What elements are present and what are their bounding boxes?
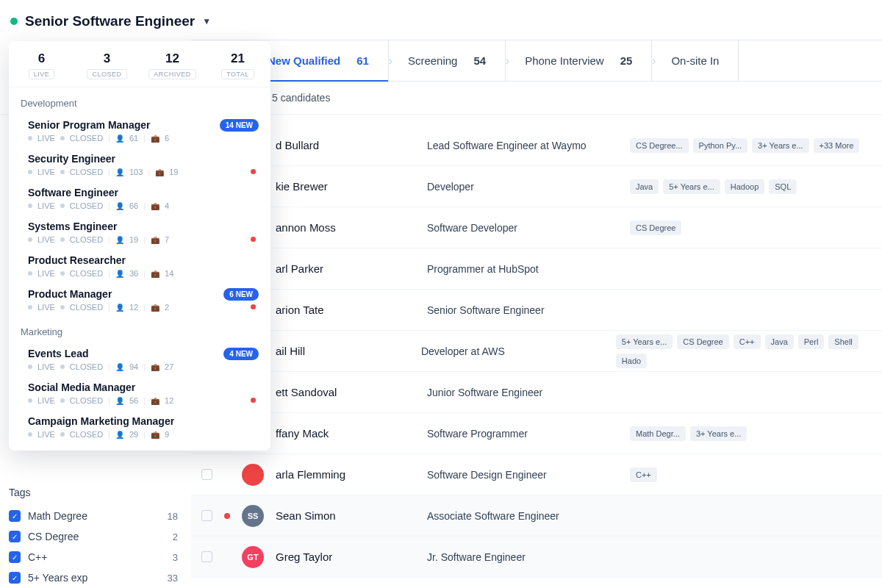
candidate-row[interactable]: ffany MackSoftware ProgrammerMath Degr..… [191,413,882,454]
summary-cell[interactable]: 21TOTAL [205,41,270,87]
job-item[interactable]: Events LeadLIVECLOSED|👤94|💼274 NEW [9,342,270,376]
pipeline-stage[interactable]: Screening54› [389,40,506,81]
tag-chip[interactable]: Shell [828,334,858,349]
candidate-row[interactable]: ail HillDeveloper at AWS5+ Years e...CS … [191,331,882,372]
summary-cell[interactable]: 3CLOSED [74,41,140,87]
tag-list: 5+ Years e...CS DegreeC++JavaPerlShellHa… [616,334,882,368]
job-item[interactable]: Social Media ManagerLIVECLOSED|👤56|💼12 [9,376,270,409]
tag-list: Java5+ Years e...HadoopSQL [630,179,797,194]
summary-label: TOTAL [221,69,254,79]
job-item[interactable]: Senior Program ManagerLIVECLOSED|👤61|💼61… [9,113,270,147]
tag-filter-row[interactable]: ✓5+ Years exp33 [9,567,178,588]
job-item[interactable]: Software EngineerLIVECLOSED|👤66|💼4 [9,181,270,215]
job-item[interactable]: Product ResearcherLIVECLOSED|👤36|💼14 [9,248,270,282]
tag-chip[interactable]: CS Degree [630,220,681,235]
tag-chip[interactable]: C++ [630,467,657,482]
tag-filter-row[interactable]: ✓C++3 [9,547,178,567]
tag-chip[interactable]: 5+ Years e... [616,334,673,349]
filter-checkbox[interactable]: ✓ [9,531,21,542]
chevron-down-icon[interactable]: ▼ [202,16,211,26]
candidate-row[interactable]: SSSean SimonAssociate Software Engineer [191,495,882,537]
new-badge: 14 NEW [220,119,259,132]
page-header[interactable]: Senior Software Engineer ▼ [0,0,882,40]
row-checkbox[interactable] [201,551,212,562]
filter-label: Math Degree [28,510,160,522]
candidate-row[interactable]: arla FlemmingSoftware Design EngineerC++ [191,454,882,495]
tag-chip[interactable]: Hado [616,354,647,368]
person-icon: 👤 [115,270,124,278]
filter-checkbox[interactable]: ✓ [9,572,21,584]
tag-filter-row[interactable]: ✓Math Degree18 [9,506,178,526]
candidate-title: Jr. Software Engineer [427,551,618,563]
job-name: Software Engineer [28,187,259,198]
person-icon: 👤 [115,135,124,143]
briefcase-icon: 💼 [151,397,159,405]
pipeline-stage[interactable]: On-site In [652,40,739,81]
candidate-row[interactable]: annon MossSoftware DeveloperCS Degree [191,207,882,248]
dot-icon [60,237,65,242]
job-item[interactable]: Product ManagerLIVECLOSED|👤12|💼26 NEW [9,282,270,316]
page-title: Senior Software Engineer [25,13,195,29]
filter-count: 3 [173,552,178,563]
dot-icon [28,170,32,174]
tag-list: Math Degr...3+ Years e... [630,426,747,441]
job-item[interactable]: Systems EngineerLIVECLOSED|👤19|💼7 [9,215,270,248]
briefcase-icon: 💼 [151,270,159,278]
tag-list: CS Degree...Python Py...3+ Years e...+33… [630,138,859,153]
dot-icon [28,136,32,140]
tag-chip[interactable]: 3+ Years e... [752,138,808,153]
job-meta: LIVECLOSED|👤12|💼2 [28,303,259,312]
dot-icon [60,170,65,174]
filter-checkbox[interactable]: ✓ [9,510,21,522]
candidate-name: d Bullard [276,139,415,151]
status-dot-icon [224,513,230,519]
candidate-row[interactable]: kie BrewerDeveloperJava5+ Years e...Hado… [191,166,882,207]
dot-icon [28,204,32,208]
candidate-name: Greg Taylor [276,551,415,563]
tag-chip[interactable]: CS Degree... [630,138,689,153]
job-item[interactable]: Campaign Marketing ManagerLIVECLOSED|👤29… [9,409,270,443]
candidate-row[interactable]: arion TateSenior Software Engineer [191,290,882,331]
tag-chip[interactable]: Perl [798,334,825,349]
row-checkbox[interactable] [201,510,212,521]
tag-chip[interactable]: Python Py... [693,138,748,153]
summary-cell[interactable]: 12ARCHIVED [140,41,205,87]
tag-chip[interactable]: CS Degree [677,334,728,349]
tag-chip[interactable]: Math Degr... [630,426,686,441]
dot-icon [28,305,32,309]
summary-count: 6 [9,51,74,66]
candidate-title: Senior Software Engineer [427,304,618,316]
job-item[interactable]: Security EngineerLIVECLOSED|👤103|💼19 [9,147,270,181]
person-icon: 👤 [115,202,124,210]
candidate-row[interactable]: arl ParkerProgrammer at HubSpot [191,248,882,290]
candidate-name: annon Moss [276,221,415,234]
row-checkbox[interactable] [201,469,212,480]
candidate-row[interactable]: d BullardLead Software Engineer at Waymo… [191,125,882,166]
filter-checkbox[interactable]: ✓ [9,551,21,563]
candidate-name: arion Tate [276,304,415,316]
candidate-row[interactable]: ett SandovalJunior Software Engineer [191,372,882,413]
tag-chip[interactable]: 5+ Years e... [663,179,720,194]
summary-cell[interactable]: 6LIVE [9,41,74,87]
status-dot-icon [224,472,230,478]
candidate-name: arla Flemming [276,468,415,481]
job-name: Security Engineer [28,153,259,165]
tag-chip[interactable]: Java [630,179,659,194]
tag-chip[interactable]: +33 More [814,138,860,153]
tag-chip[interactable]: Hadoop [725,179,765,194]
tag-chip[interactable]: 3+ Years e... [690,426,747,441]
candidate-row[interactable]: GTGreg TaylorJr. Software Engineer [191,537,882,578]
tag-chip[interactable]: Java [765,334,794,349]
sidebar-tags: Tags ✓Math Degree18✓CS Degree2✓C++3✓5+ Y… [9,487,178,588]
pipeline-stage[interactable]: Phone Interview25› [506,40,652,81]
dot-icon [60,432,65,437]
tag-filter-row[interactable]: ✓CS Degree2 [9,526,178,547]
filter-label: 5+ Years exp [28,572,160,584]
dot-icon [28,398,32,403]
tag-chip[interactable]: SQL [769,179,797,194]
summary-count: 3 [74,51,140,66]
tag-chip[interactable]: C++ [734,334,761,349]
job-meta: LIVECLOSED|👤36|💼14 [28,269,259,278]
candidate-title: Software Developer [427,222,618,234]
filter-label: C++ [28,551,165,563]
